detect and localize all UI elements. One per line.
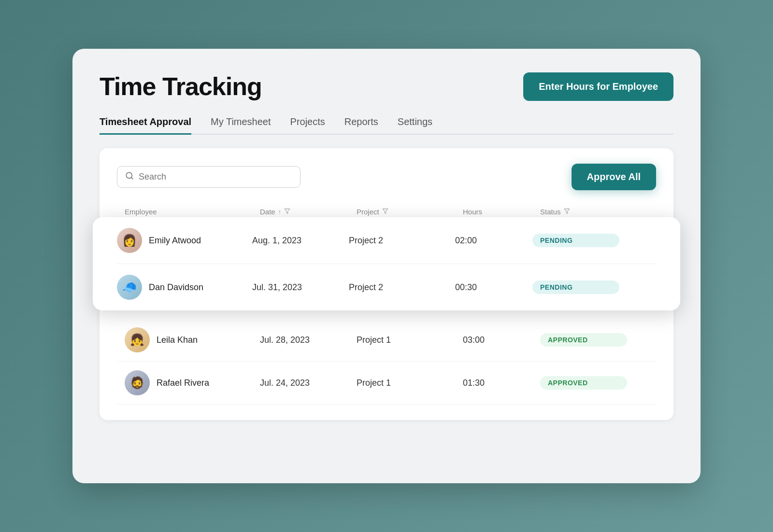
- project-dan: Project 2: [349, 282, 455, 293]
- employee-cell-emily: 👩 Emily Atwood: [117, 228, 252, 253]
- header-row: Time Tracking Enter Hours for Employee: [100, 72, 673, 101]
- avatar-icon-emily: 👩: [122, 234, 137, 247]
- table-body: 👩 Emily Atwood Aug. 1, 2023 Project 2 02…: [117, 222, 656, 405]
- employee-name-dan: Dan Davidson: [149, 282, 203, 293]
- date-emily: Aug. 1, 2023: [252, 236, 349, 246]
- content-card: Approve All Employee Date ↑ Project: [100, 148, 673, 420]
- tabs-row: Timesheet Approval My Timesheet Projects…: [100, 116, 673, 135]
- hours-leila: 03:00: [463, 335, 540, 345]
- avatar-leila: 👧: [125, 327, 150, 352]
- sort-asc-icon[interactable]: ↑: [278, 209, 281, 215]
- col-label-project: Project: [357, 208, 379, 216]
- tab-timesheet-approval[interactable]: Timesheet Approval: [100, 116, 191, 135]
- table-row: 🧔 Rafael Rivera Jul. 24, 2023 Project 1 …: [117, 362, 656, 405]
- avatar-dan: 🧢: [117, 275, 142, 300]
- enter-hours-button[interactable]: Enter Hours for Employee: [523, 72, 673, 101]
- search-box: [117, 166, 301, 188]
- employee-cell-rafael: 🧔 Rafael Rivera: [125, 370, 260, 395]
- table-row: 👧 Leila Khan Jul. 28, 2023 Project 1 03:…: [117, 319, 656, 362]
- col-label-hours: Hours: [463, 208, 482, 216]
- col-header-date: Date ↑: [260, 208, 357, 216]
- date-rafael: Jul. 24, 2023: [260, 378, 357, 388]
- approve-all-button[interactable]: Approve All: [572, 164, 657, 190]
- col-label-status: Status: [540, 208, 561, 216]
- col-label-date: Date: [260, 208, 275, 216]
- tab-settings[interactable]: Settings: [398, 116, 432, 135]
- avatar-icon-leila: 👧: [130, 333, 144, 347]
- employee-name-emily: Emily Atwood: [149, 236, 201, 246]
- col-header-hours: Hours: [463, 208, 540, 216]
- tab-reports[interactable]: Reports: [344, 116, 378, 135]
- main-card: Time Tracking Enter Hours for Employee T…: [72, 49, 701, 483]
- avatar-rafael: 🧔: [125, 370, 150, 395]
- status-badge-emily: PENDING: [532, 234, 619, 247]
- avatar-icon-rafael: 🧔: [130, 376, 144, 390]
- search-input[interactable]: [139, 172, 292, 182]
- col-header-status: Status: [540, 208, 627, 216]
- avatar-icon-dan: 🧢: [122, 280, 137, 294]
- table-row: 👩 Emily Atwood Aug. 1, 2023 Project 2 02…: [117, 217, 656, 264]
- employee-cell-dan: 🧢 Dan Davidson: [117, 275, 252, 300]
- page-title: Time Tracking: [100, 72, 262, 101]
- filter-project-icon[interactable]: [382, 208, 388, 216]
- svg-marker-2: [285, 209, 290, 214]
- filter-status-icon[interactable]: [564, 208, 570, 216]
- status-badge-dan: PENDING: [532, 280, 619, 294]
- project-emily: Project 2: [349, 236, 455, 246]
- svg-marker-4: [564, 209, 570, 214]
- status-badge-rafael: APPROVED: [540, 376, 627, 390]
- employee-name-leila: Leila Khan: [157, 335, 198, 345]
- hours-dan: 00:30: [455, 282, 532, 293]
- elevated-rows-container: 👩 Emily Atwood Aug. 1, 2023 Project 2 02…: [93, 217, 680, 310]
- tab-projects[interactable]: Projects: [290, 116, 325, 135]
- project-leila: Project 1: [357, 335, 463, 345]
- employee-cell-leila: 👧 Leila Khan: [125, 327, 260, 352]
- hours-rafael: 01:30: [463, 378, 540, 388]
- col-label-employee: Employee: [125, 208, 157, 216]
- hours-emily: 02:00: [455, 236, 532, 246]
- project-rafael: Project 1: [357, 378, 463, 388]
- col-header-project: Project: [357, 208, 463, 216]
- filter-date-icon[interactable]: [284, 208, 290, 216]
- date-dan: Jul. 31, 2023: [252, 282, 349, 293]
- toolbar-row: Approve All: [117, 164, 656, 190]
- employee-name-rafael: Rafael Rivera: [157, 378, 209, 388]
- avatar-emily: 👩: [117, 228, 142, 253]
- svg-line-1: [131, 177, 132, 179]
- col-header-employee: Employee: [125, 208, 260, 216]
- table-row: 🧢 Dan Davidson Jul. 31, 2023 Project 2 0…: [117, 264, 656, 310]
- date-leila: Jul. 28, 2023: [260, 335, 357, 345]
- tab-my-timesheet[interactable]: My Timesheet: [211, 116, 271, 135]
- search-icon: [125, 171, 134, 182]
- status-badge-leila: APPROVED: [540, 333, 627, 347]
- svg-marker-3: [383, 209, 388, 214]
